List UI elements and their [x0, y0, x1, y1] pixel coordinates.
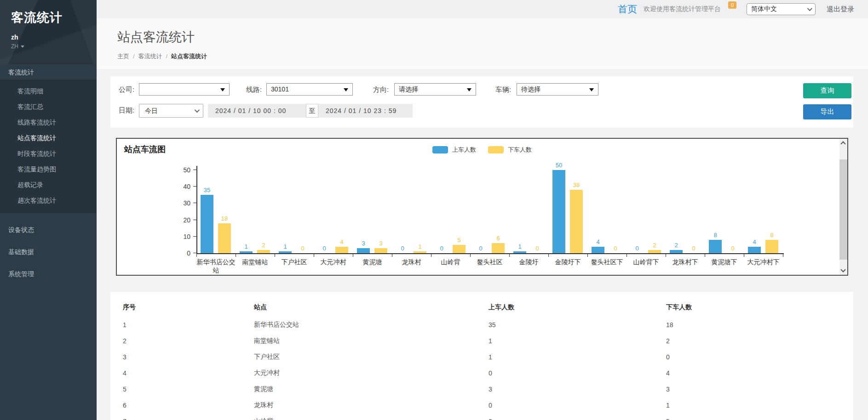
station-table: 序号站点上车人数下车人数 1新华书店公交站35182南堂铺站123下户社区104… [110, 298, 853, 420]
boarding-bar [748, 247, 761, 253]
sidebar-item[interactable]: 客流汇总 [0, 99, 97, 115]
table-row: 7山岭背05 [110, 413, 853, 420]
company-select[interactable] [139, 83, 230, 96]
table-cell: 0 [489, 413, 666, 420]
y-tick-mark [193, 236, 196, 237]
table-panel: 序号站点上车人数下车人数 1新华书店公交站35182南堂铺站123下户社区104… [110, 292, 853, 420]
chart-scrollbar[interactable] [839, 139, 847, 275]
table-row: 5黄泥塘33 [110, 381, 853, 397]
bar-value-label: 38 [567, 182, 586, 188]
user-name: zh [11, 34, 97, 41]
bar-value-label: 2 [645, 242, 664, 249]
sidebar-item[interactable]: 时段客流统计 [0, 146, 97, 162]
x-tick-mark [236, 254, 236, 257]
dropdown-arrow-icon [589, 88, 594, 91]
x-category-label: 山岭背 [431, 258, 470, 266]
date-preset-select[interactable]: 今日 [139, 104, 203, 118]
table-cell: 3 [489, 381, 666, 397]
alighting-bar [492, 243, 505, 253]
sidebar-item[interactable]: 客流量趋势图 [0, 162, 97, 177]
bar-value-label: 0 [432, 245, 451, 252]
date-start-input[interactable]: 2024 / 01 / 10 00 : 00 [208, 104, 306, 118]
scrollbar-thumb[interactable] [839, 159, 847, 260]
table-row: 6龙珠村01 [110, 397, 853, 413]
table-cell: 7 [110, 413, 254, 420]
boarding-bar [357, 248, 370, 253]
welcome-text: 欢迎使用客流统计管理平台 [644, 5, 721, 13]
sidebar-item[interactable]: 线路客流统计 [0, 115, 97, 131]
y-tick-label: 10 [117, 233, 190, 240]
table-cell: 黄泥塘 [254, 381, 489, 397]
table-row: 4大元冲村04 [110, 365, 853, 381]
alighting-bar [648, 250, 661, 253]
sidebar-item[interactable]: 客流明细 [0, 84, 97, 99]
logout-link[interactable]: 退出登录 [827, 5, 854, 14]
bar-value-label: 1 [276, 243, 294, 250]
x-category-label: 金陵圩 [509, 258, 548, 266]
table-header-cell: 站点 [254, 298, 489, 317]
breadcrumb: 主页/客流统计/站点客流统计 [117, 52, 868, 61]
sidebar-section[interactable]: 系统管理 [0, 263, 97, 285]
x-tick-mark [744, 254, 744, 257]
line-label: 线路: [246, 83, 262, 96]
alighting-bar [335, 247, 348, 253]
bar-value-label: 35 [198, 187, 216, 193]
x-tick-mark [587, 254, 588, 257]
bar-value-label: 4 [589, 238, 607, 245]
y-tick-mark [193, 170, 196, 170]
page-title: 站点客流统计 [117, 28, 868, 46]
y-tick-mark [193, 203, 196, 203]
date-end-input[interactable]: 2024 / 01 / 10 23 : 59 [318, 104, 413, 118]
table-cell: 0 [489, 397, 666, 413]
alighting-bar [257, 250, 270, 253]
breadcrumb-item[interactable]: 主页 [117, 53, 129, 60]
sidebar-section[interactable]: 基础数据 [0, 241, 97, 263]
direction-value: 请选择 [399, 85, 418, 93]
table-cell: 1 [666, 397, 853, 413]
app-logo: 客流统计 zh ZH [0, 0, 97, 64]
direction-select[interactable]: 请选择 [394, 83, 476, 96]
x-category-label: 黄泥塘下 [705, 258, 744, 266]
table-header-row: 序号站点上车人数下车人数 [110, 298, 853, 317]
bar-value-label: 0 [606, 245, 625, 252]
x-category-label: 龙珠村下 [666, 258, 705, 266]
sidebar: 客流统计 zh ZH 客流统计 客流明细客流汇总线路客流统计站点客流统计时段客流… [0, 0, 97, 420]
sidebar-item[interactable]: 站点客流统计 [0, 131, 97, 146]
query-button[interactable]: 查询 [803, 83, 851, 98]
date-preset-value: 今日 [145, 107, 158, 114]
bar-value-label: 2 [254, 242, 273, 249]
line-value: 30101 [271, 85, 289, 93]
x-category-label: 大元冲村 [314, 258, 353, 266]
vehicle-select[interactable]: 待选择 [517, 83, 598, 96]
y-tick-label: 0 [117, 250, 190, 257]
y-tick-label: 40 [117, 183, 190, 190]
language-value: 简体中文 [751, 5, 777, 13]
user-menu[interactable]: ZH [11, 43, 97, 50]
sidebar-section-passenger-stats[interactable]: 客流统计 [0, 64, 97, 80]
language-select[interactable]: 简体中文 [747, 3, 816, 15]
table-cell: 南堂铺站 [254, 333, 489, 349]
x-category-label: 下户社区 [275, 258, 314, 266]
x-tick-mark [705, 254, 705, 257]
sidebar-item[interactable]: 趟次客流统计 [0, 193, 97, 209]
x-tick-mark [353, 254, 353, 257]
breadcrumb-item: 站点客流统计 [171, 53, 207, 60]
x-category-label: 新华书店公交站 [196, 258, 236, 266]
sidebar-section[interactable]: 设备状态 [0, 219, 97, 241]
line-select[interactable]: 30101 [266, 83, 353, 96]
bar-value-label: 18 [215, 215, 234, 222]
bar-value-label: 0 [393, 245, 412, 252]
chevron-down-icon [195, 108, 200, 113]
bar-value-label: 3 [372, 240, 390, 247]
x-tick-mark [431, 254, 431, 257]
export-button[interactable]: 导出 [803, 104, 851, 119]
sidebar-item[interactable]: 超载记录 [0, 177, 97, 193]
scroll-up-icon[interactable] [840, 141, 845, 146]
table-cell: 0 [489, 365, 666, 381]
home-link[interactable]: 首页 [618, 3, 637, 16]
breadcrumb-item[interactable]: 客流统计 [138, 53, 162, 60]
table-cell: 1 [489, 333, 666, 349]
scroll-down-icon[interactable] [840, 267, 845, 272]
alighting-bar [765, 240, 778, 253]
table-cell: 5 [110, 381, 254, 397]
